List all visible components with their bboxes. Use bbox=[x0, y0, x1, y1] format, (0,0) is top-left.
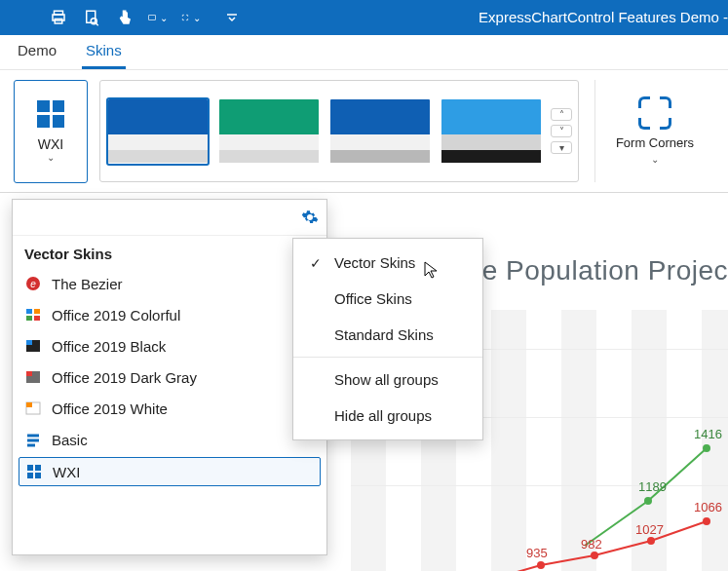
submenu-item-label: Office Skins bbox=[334, 290, 412, 307]
svg-rect-13 bbox=[34, 316, 40, 321]
skin-dropdown-button[interactable]: WXI⌄ bbox=[14, 80, 88, 183]
submenu-item-vector-skins[interactable]: ✓ Vector Skins bbox=[293, 245, 482, 281]
chevron-down-icon: ⌄ bbox=[160, 13, 168, 23]
skin-item-wxi[interactable]: WXI bbox=[19, 457, 321, 486]
window-title: ExpressChartControl Features Demo - bbox=[479, 0, 728, 35]
chart-point bbox=[537, 561, 545, 569]
chart-title: e Population Projec bbox=[482, 255, 728, 286]
chevron-down-icon: ⌄ bbox=[193, 13, 201, 23]
submenu-item-show-all[interactable]: Show all groups bbox=[293, 362, 482, 398]
palette-swatch[interactable] bbox=[217, 97, 321, 166]
chart-point bbox=[703, 517, 710, 525]
chart-point-label: 1189 bbox=[638, 479, 667, 494]
svg-rect-12 bbox=[26, 316, 32, 321]
skin-item-office-colorful[interactable]: Office 2019 Colorful bbox=[13, 299, 326, 330]
gear-icon[interactable] bbox=[301, 209, 319, 226]
office-icon bbox=[24, 306, 42, 324]
svg-text:e: e bbox=[30, 279, 36, 289]
skin-item-label: Office 2019 Black bbox=[52, 338, 166, 355]
titlebar: ⌄ ⌄ ExpressChartControl Features Demo - bbox=[0, 0, 728, 35]
svg-rect-10 bbox=[26, 309, 32, 314]
svg-rect-19 bbox=[26, 402, 32, 407]
wxi-icon bbox=[37, 100, 64, 128]
check-icon: ✓ bbox=[309, 255, 323, 271]
skin-item-office-black[interactable]: Office 2019 Black bbox=[13, 330, 326, 362]
skin-item-label: Office 2019 White bbox=[52, 400, 168, 417]
chart-point-label: 1416 bbox=[694, 427, 722, 441]
skin-item-label: Office 2019 Dark Gray bbox=[52, 369, 197, 386]
skin-item-label: WXI bbox=[53, 464, 80, 480]
skin-item-label: Basic bbox=[52, 432, 88, 448]
form-corners-button[interactable]: Form Corners ⌄ bbox=[611, 80, 699, 182]
submenu-item-office-skins[interactable]: Office Skins bbox=[293, 281, 482, 317]
office-icon bbox=[24, 368, 42, 386]
submenu-separator bbox=[293, 357, 482, 358]
skin-dropdown-label: WXI bbox=[38, 137, 63, 152]
submenu-item-label: Vector Skins bbox=[334, 254, 415, 271]
crop-icon[interactable]: ⌄ bbox=[181, 8, 201, 27]
palette-gallery: ˄ ˅ ▾ bbox=[99, 80, 579, 182]
svg-rect-15 bbox=[26, 340, 32, 345]
basic-icon bbox=[24, 431, 42, 448]
skin-search-input[interactable] bbox=[20, 206, 301, 229]
skin-filter-submenu: ✓ Vector Skins Office Skins Standard Ski… bbox=[292, 238, 483, 440]
palette-swatch[interactable] bbox=[106, 97, 210, 166]
gallery-scroll-down[interactable]: ˅ bbox=[551, 125, 572, 137]
skin-item-basic[interactable]: Basic bbox=[13, 424, 326, 455]
skin-item-office-darkgray[interactable]: Office 2019 Dark Gray bbox=[13, 362, 326, 393]
print-preview-icon[interactable] bbox=[82, 8, 101, 27]
overflow-icon[interactable] bbox=[222, 8, 242, 27]
chart-point-label: 1066 bbox=[694, 500, 722, 514]
svg-rect-17 bbox=[26, 371, 32, 376]
chevron-down-icon: ⌄ bbox=[47, 152, 55, 163]
ribbon-separator bbox=[594, 80, 595, 182]
office-icon bbox=[24, 337, 42, 355]
gallery-scroll-up[interactable]: ˄ bbox=[551, 108, 572, 121]
submenu-item-label: Standard Skins bbox=[334, 326, 434, 343]
chart-point bbox=[591, 552, 598, 559]
submenu-item-standard-skins[interactable]: Standard Skins bbox=[293, 317, 482, 353]
tab-skins[interactable]: Skins bbox=[82, 34, 126, 69]
form-corners-label: Form Corners bbox=[616, 135, 694, 150]
svg-line-5 bbox=[96, 23, 98, 25]
tab-demo[interactable]: Demo bbox=[14, 34, 60, 69]
palette-swatch[interactable] bbox=[440, 97, 543, 166]
skin-dropdown-popup: Vector Skins e The Bezier Office 2019 Co… bbox=[12, 199, 327, 555]
chart-point-label: 1027 bbox=[635, 522, 664, 537]
submenu-item-label: Show all groups bbox=[334, 371, 439, 388]
skin-item-bezier[interactable]: e The Bezier bbox=[13, 268, 326, 299]
palette-swatch[interactable] bbox=[328, 97, 432, 166]
submenu-item-hide-all[interactable]: Hide all groups bbox=[293, 398, 482, 434]
skin-item-label: The Bezier bbox=[52, 276, 123, 292]
display-size-icon[interactable]: ⌄ bbox=[148, 8, 168, 27]
wxi-icon bbox=[25, 463, 43, 480]
office-icon bbox=[24, 400, 42, 417]
chart-point-label: 982 bbox=[581, 537, 602, 552]
form-corners-icon bbox=[638, 96, 671, 130]
bezier-icon: e bbox=[24, 275, 42, 292]
gallery-expand[interactable]: ▾ bbox=[551, 141, 572, 154]
skin-item-office-white[interactable]: Office 2019 White bbox=[13, 393, 326, 424]
svg-rect-6 bbox=[149, 16, 156, 20]
skin-group-header: Vector Skins bbox=[13, 236, 326, 268]
skin-item-label: Office 2019 Colorful bbox=[52, 307, 180, 324]
chart-point bbox=[647, 537, 655, 545]
svg-rect-11 bbox=[34, 309, 40, 314]
print-icon[interactable] bbox=[49, 8, 68, 27]
chevron-down-icon: ⌄ bbox=[651, 154, 659, 165]
ribbon-tabs: Demo Skins bbox=[0, 35, 728, 70]
chart-point bbox=[703, 444, 710, 452]
ribbon-body: WXI⌄ ˄ ˅ ▾ Form Corners ⌄ bbox=[0, 70, 728, 193]
touch-mode-icon[interactable] bbox=[115, 8, 134, 27]
submenu-item-label: Hide all groups bbox=[334, 407, 432, 424]
chart-point bbox=[644, 497, 652, 505]
chart-point-label: 935 bbox=[526, 546, 548, 560]
